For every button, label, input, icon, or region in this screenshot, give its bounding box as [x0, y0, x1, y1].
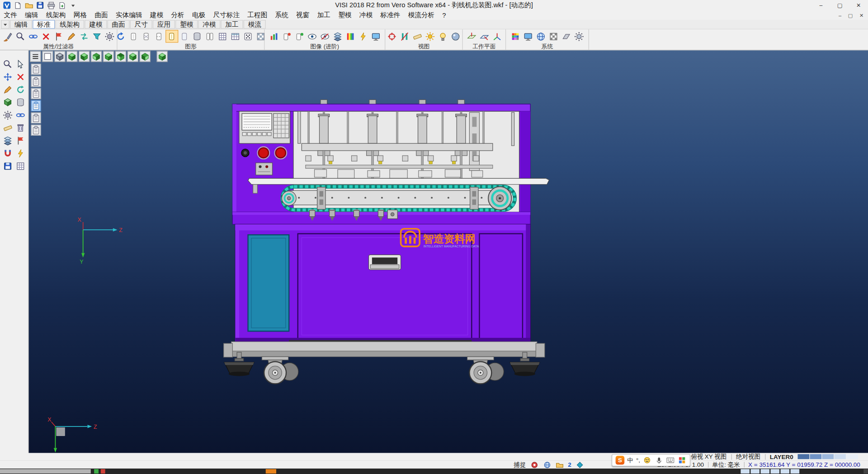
ime-toolbox-icon[interactable]	[678, 456, 687, 464]
tray-folder-icon[interactable]	[555, 461, 564, 469]
column-green-badge-icon[interactable]	[293, 30, 306, 43]
taskbar-tile[interactable]	[760, 469, 769, 474]
properties-magnifier-icon[interactable]	[14, 30, 27, 43]
sidebar-magnet-icon[interactable]	[2, 147, 14, 160]
menu-electrode[interactable]: 电极	[188, 10, 209, 20]
taskbar-tile[interactable]	[750, 469, 760, 474]
sidebar-cube-icon[interactable]	[2, 96, 14, 109]
menu-solid-edit[interactable]: 实体编辑	[112, 10, 146, 20]
ime-punctuation-toggle[interactable]: °,	[636, 457, 640, 464]
menu-modeling[interactable]: 建模	[146, 10, 167, 20]
dice-icon[interactable]	[241, 30, 254, 43]
view-mode-label[interactable]: 俯视 XY 视图	[691, 452, 726, 460]
globe-icon[interactable]	[534, 30, 547, 43]
sidebar-cylinder-icon[interactable]	[14, 96, 27, 109]
column-red-badge-icon[interactable]	[280, 30, 293, 43]
axis-triad-icon[interactable]	[491, 30, 503, 43]
cylinder-view-icon[interactable]	[191, 30, 203, 43]
ime-keyboard-icon[interactable]	[666, 456, 675, 464]
table-grid-icon[interactable]	[229, 30, 241, 43]
export-file-icon[interactable]	[57, 1, 66, 10]
mdi-close-button[interactable]: ✕	[859, 13, 863, 18]
iso-view-cube-7-icon[interactable]	[140, 51, 151, 62]
tray-record-icon[interactable]	[530, 461, 539, 469]
eye-hidden-icon[interactable]	[318, 30, 331, 43]
layer-stack-icon[interactable]	[331, 30, 344, 43]
tab-flow[interactable]: 模流	[244, 20, 266, 29]
sidebar-zoom-icon[interactable]	[2, 58, 14, 71]
tray-diamond-icon[interactable]	[575, 461, 584, 469]
menu-file[interactable]: 文件	[0, 10, 21, 20]
monitor-preview-icon[interactable]	[369, 30, 382, 43]
monitor-icon[interactable]	[522, 30, 534, 43]
slant-plane-icon[interactable]	[560, 30, 573, 43]
delete-red-x-icon[interactable]	[39, 30, 52, 43]
taskbar-tile[interactable]	[791, 469, 800, 474]
tab-dimension[interactable]: 尺寸	[130, 20, 152, 29]
menu-standard-parts[interactable]: 标准件	[377, 10, 404, 20]
menu-wireframe[interactable]: 线架构	[42, 10, 70, 20]
view-menu-hamburger-icon[interactable]	[30, 51, 41, 62]
ime-emoji-icon[interactable]	[643, 456, 652, 464]
sidebar-pencil-icon[interactable]	[2, 84, 14, 96]
menu-drawing[interactable]: 工程图	[244, 10, 271, 20]
sidebar-pan-cross-icon[interactable]	[2, 71, 14, 83]
clipboard-item-1-icon[interactable]	[31, 64, 41, 75]
target-crosshair-icon[interactable]	[386, 30, 398, 43]
tab-mould[interactable]: 塑模	[175, 20, 198, 29]
workplane-icon[interactable]	[465, 30, 478, 43]
minimize-button[interactable]: –	[811, 0, 830, 10]
ghost-view-icon[interactable]	[178, 30, 191, 43]
ime-mic-icon[interactable]	[655, 456, 664, 464]
cut-flag-icon[interactable]	[52, 30, 65, 43]
lightbulb-icon[interactable]	[437, 30, 449, 43]
clipboard-item-5-icon[interactable]	[31, 113, 41, 123]
rgb-bars-icon[interactable]	[267, 30, 280, 43]
color-palette-icon[interactable]	[509, 30, 522, 43]
iso-view-cube-3-icon[interactable]	[91, 51, 102, 62]
filter-gear-icon[interactable]	[103, 30, 116, 43]
sidebar-flag-icon[interactable]	[14, 135, 27, 147]
measure-bars-icon[interactable]	[398, 30, 411, 43]
menu-progress[interactable]: 冲模	[355, 10, 377, 20]
tray-globe-icon[interactable]	[542, 461, 552, 469]
twin-column-icon[interactable]	[203, 30, 216, 43]
mdi-restore-button[interactable]: ▢	[848, 13, 853, 18]
new-file-icon[interactable]	[13, 1, 22, 10]
sidebar-rotate-icon[interactable]	[14, 84, 27, 96]
system-gear-icon[interactable]	[573, 30, 585, 43]
clipboard-item-6-icon[interactable]	[31, 125, 41, 136]
sidebar-layers-icon[interactable]	[2, 135, 14, 147]
iso-view-cube-2-icon[interactable]	[79, 51, 90, 62]
menu-dimension[interactable]: 尺寸标注	[209, 10, 244, 20]
lightning-icon[interactable]	[357, 30, 369, 43]
snap-toggle-label[interactable]: 捕捉	[514, 460, 526, 469]
ime-logo[interactable]: S	[616, 456, 625, 465]
menu-mould[interactable]: 塑模	[335, 10, 356, 20]
eye-visible-icon[interactable]	[306, 30, 318, 43]
workplane-align-icon[interactable]	[478, 30, 491, 43]
menu-edit[interactable]: 编辑	[21, 10, 42, 20]
windows-taskbar-sliver[interactable]	[0, 469, 868, 474]
menu-machining[interactable]: 加工	[313, 10, 335, 20]
taskbar-active-app[interactable]	[266, 469, 276, 474]
grid-icon[interactable]	[216, 30, 229, 43]
taskbar-tile[interactable]	[741, 469, 750, 474]
hidden-line-view-icon[interactable]	[152, 30, 165, 43]
menu-system[interactable]: 系统	[271, 10, 292, 20]
redraw-refresh-icon[interactable]	[114, 30, 127, 43]
sidebar-trash-icon[interactable]	[14, 122, 27, 134]
edit-pencil-icon[interactable]	[65, 30, 77, 43]
iso-view-cube-6-icon[interactable]	[127, 51, 138, 62]
open-file-icon[interactable]	[24, 1, 33, 10]
iso-view-cube-4-icon[interactable]	[103, 51, 114, 62]
ime-language-toggle[interactable]: 中	[627, 456, 633, 464]
sidebar-save-icon[interactable]	[2, 160, 14, 172]
clipboard-item-3-icon[interactable]	[31, 88, 41, 99]
link-chain-icon[interactable]	[27, 30, 39, 43]
taskbar-tile[interactable]	[781, 469, 790, 474]
tab-application[interactable]: 应用	[153, 20, 175, 29]
taskbar-tile[interactable]	[770, 469, 779, 474]
viewport-3d[interactable]: 智造资料网 INTELLIGENT MANUFACTURING DATA X Z…	[29, 50, 868, 453]
clipboard-item-4-icon[interactable]	[31, 100, 41, 111]
